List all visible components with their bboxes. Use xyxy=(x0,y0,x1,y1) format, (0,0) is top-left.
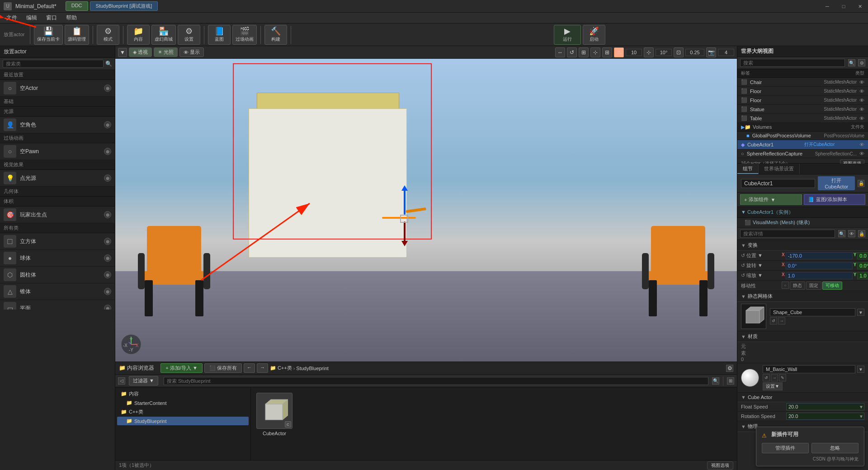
floor2-eye-icon[interactable]: 👁 xyxy=(859,98,864,103)
mesh-find-btn[interactable]: ▼ xyxy=(857,309,864,316)
coord-btn[interactable]: ⊹ xyxy=(590,47,600,57)
static-btn[interactable]: 静态 xyxy=(790,282,805,290)
mesh-reset-btn[interactable]: ↺ xyxy=(770,317,777,324)
toolbar-cutscene-btn[interactable]: 🎬 过场动画 xyxy=(232,25,257,45)
add-empty-char-btn[interactable]: ⊕ xyxy=(104,121,111,128)
outliner-volumes-folder[interactable]: ▶📁 Volumes 文件夹 xyxy=(737,123,868,132)
cubeactor1-open-label[interactable]: 打开CubeActor xyxy=(804,141,857,148)
toolbar-save-btn[interactable]: 💾 保存当前卡 xyxy=(34,25,63,45)
scale-x-input[interactable] xyxy=(786,272,853,279)
toolbar-source-btn[interactable]: 📋 源码管理 xyxy=(65,25,89,45)
mat-settings-btn[interactable]: 设置▼ xyxy=(763,382,783,390)
cb-path-cpp[interactable]: C++类 xyxy=(278,365,292,371)
outliner-table[interactable]: ⬛ Table StaticMeshActor 👁 xyxy=(737,114,868,123)
cb-view-options-btn[interactable]: 视图选项 xyxy=(707,461,733,470)
rot-reset[interactable]: ↺ xyxy=(741,263,746,268)
scale-btn[interactable]: ⊞ xyxy=(579,47,589,57)
outliner-sphere-capture[interactable]: ○ SphereReflectionCapture SphereReflecti… xyxy=(737,150,868,158)
toolbar-build-btn[interactable]: 🔨 构建 xyxy=(264,25,287,45)
camera-btn[interactable]: 📷 xyxy=(706,47,716,57)
cb-expand-btn[interactable]: ⊞ xyxy=(727,377,734,385)
cb-search-input[interactable] xyxy=(164,377,708,385)
add-empty-pawn-btn[interactable]: ⊕ xyxy=(104,148,111,155)
pos-y-input[interactable] xyxy=(857,252,868,259)
details-lock-btn[interactable]: 🔒 xyxy=(858,230,865,237)
add-sphere-btn[interactable]: ⊕ xyxy=(104,254,111,262)
tree-item-starter[interactable]: 📁 StarterContent xyxy=(117,399,249,407)
cubeactor1-eye[interactable]: 👁 xyxy=(859,142,864,147)
cb-back-btn[interactable]: ← xyxy=(244,363,255,373)
rotation-speed-input[interactable] xyxy=(786,413,864,420)
outliner-global-post[interactable]: ■ GlobalPostProcessVolume PostProcessVol… xyxy=(737,132,868,140)
cb-add-btn[interactable]: + 添加/导入 ▼ xyxy=(160,363,202,373)
chair-eye-icon[interactable]: 👁 xyxy=(859,80,864,85)
mat-edit-btn[interactable]: ✎ xyxy=(779,374,786,381)
mat-reset-btn[interactable]: ↺ xyxy=(763,374,770,381)
sphere-capture-eye[interactable]: 👁 xyxy=(859,151,864,156)
ddc-btn[interactable]: DDC xyxy=(66,1,88,11)
actor-item-cone[interactable]: △ 锥体 ⊕ xyxy=(0,283,115,300)
outliner-chair[interactable]: ⬛ Chair StaticMeshActor 👁 xyxy=(737,78,868,87)
toolbar-play-btn[interactable]: ▶ 运行 xyxy=(554,25,581,45)
show-btn[interactable]: 👁 显示 xyxy=(179,47,204,57)
toolbar-blueprint-btn[interactable]: 📘 蓝图 xyxy=(208,25,231,45)
toolbar-mode-btn[interactable]: ⚙ 模式 xyxy=(97,25,119,45)
mat-find-btn[interactable]: ▼ xyxy=(857,366,864,373)
add-cylinder-btn[interactable]: ⊕ xyxy=(104,271,111,278)
static-mesh-section-header[interactable]: ▼ 静态网格体 xyxy=(737,291,868,302)
warn-icon[interactable]: ⚠ xyxy=(614,47,624,57)
minimize-btn[interactable]: ─ xyxy=(819,0,835,13)
tab-components[interactable]: 组节 xyxy=(737,164,759,174)
details-search-icon[interactable]: 🔍 xyxy=(838,230,845,237)
outliner-floor1[interactable]: ⬛ Floor StaticMeshActor 👁 xyxy=(737,87,868,96)
cb-filter-btn[interactable]: 过滤器 ▼ xyxy=(129,376,158,385)
add-empty-actor-btn[interactable]: ⊕ xyxy=(104,85,111,92)
actor-item-empty-actor[interactable]: ○ 空Actor ⊕ xyxy=(0,80,115,97)
transform-section-header[interactable]: ▼ 变换 xyxy=(737,240,868,251)
movable-btn[interactable]: 可移动 xyxy=(822,282,842,290)
lighting-btn[interactable]: ☀ 光照 xyxy=(154,47,178,57)
float-speed-input[interactable] xyxy=(786,403,864,410)
blueprint-add-script-btn[interactable]: 📘 蓝图/添加脚本 xyxy=(804,194,866,205)
stationary-btn[interactable]: 固定 xyxy=(806,282,821,290)
grid-btn[interactable]: ⊞ xyxy=(602,47,612,57)
mat-goto-btn[interactable]: → xyxy=(771,374,778,381)
outliner-floor2[interactable]: ⬛ Floor StaticMeshActor 👁 xyxy=(737,96,868,105)
actor-item-plane[interactable]: ▭ 平面 ⊕ xyxy=(0,300,115,310)
camera-speed-input[interactable] xyxy=(718,49,734,56)
toolbar-content-btn[interactable]: 📁 内容 xyxy=(127,25,150,45)
dismiss-btn[interactable]: 忽略 xyxy=(811,443,859,453)
floor1-eye-icon[interactable]: 👁 xyxy=(859,89,864,94)
details-eye-btn[interactable]: 👁 xyxy=(848,230,855,237)
tree-item-studybp[interactable]: 📁 StudyBlueprint xyxy=(117,417,249,425)
tab-world-settings[interactable]: 世界场景设置 xyxy=(759,164,800,174)
outliner-search-input[interactable] xyxy=(740,59,845,67)
scale-reset[interactable]: ↺ xyxy=(741,273,746,278)
viewport-dropdown-btn[interactable]: ▼ xyxy=(118,48,127,57)
close-btn[interactable]: ✕ xyxy=(852,0,868,13)
actor-item-empty-pawn[interactable]: ○ 空Pawn ⊕ xyxy=(0,143,115,160)
actor-item-cube[interactable]: □ 立方体 ⊕ xyxy=(0,233,115,250)
tree-item-cpp[interactable]: 📁 C++类 xyxy=(117,407,249,417)
viewport-3d[interactable]: Y X -Y -X xyxy=(115,59,737,362)
angle-btn[interactable]: ⊹ xyxy=(644,47,654,57)
toolbar-marketplace-btn[interactable]: 🏪 虚幻商城 xyxy=(151,25,176,45)
rot-y-input[interactable] xyxy=(857,262,868,269)
actor-item-player-start[interactable]: 🎯 玩家出生点 ⊕ xyxy=(0,207,115,223)
menu-help[interactable]: 帮助 xyxy=(61,13,81,23)
add-point-light-btn[interactable]: ⊕ xyxy=(104,174,111,182)
menu-window[interactable]: 窗口 xyxy=(42,13,61,23)
maximize-btn[interactable]: □ xyxy=(835,0,852,13)
cube-actor-section-header[interactable]: ▼ Cube Actor xyxy=(737,393,868,402)
cb-settings-btn[interactable]: ⚙ xyxy=(726,365,733,372)
outliner-search-icon[interactable]: 🔍 xyxy=(848,59,855,66)
add-cone-btn[interactable]: ⊕ xyxy=(104,288,111,295)
scale-snap-input[interactable] xyxy=(685,49,704,56)
actor-name-input[interactable] xyxy=(741,179,815,188)
add-plane-btn[interactable]: ⊕ xyxy=(104,305,111,310)
actor-item-sphere[interactable]: ● 球体 ⊕ xyxy=(0,250,115,267)
add-component-btn[interactable]: + 添加组件 ▼ xyxy=(740,194,802,205)
rotate-btn[interactable]: ↺ xyxy=(567,47,577,57)
mesh-goto-btn[interactable]: → xyxy=(778,317,785,324)
statue-eye-icon[interactable]: 👁 xyxy=(859,107,864,112)
